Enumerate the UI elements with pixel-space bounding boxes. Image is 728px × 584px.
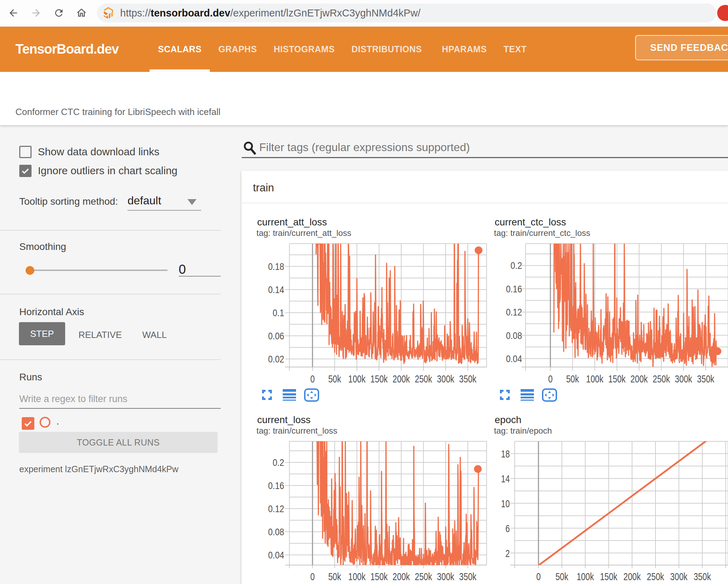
svg-text:150k: 150k (608, 373, 626, 385)
svg-text:250k: 250k (415, 571, 432, 582)
svg-text:250k: 250k (415, 373, 432, 385)
svg-text:50k: 50k (328, 373, 342, 385)
svg-text:250k: 250k (653, 373, 670, 385)
svg-text:150k: 150k (370, 571, 388, 582)
svg-text:0.12: 0.12 (268, 504, 284, 514)
svg-text:0.08: 0.08 (268, 527, 284, 537)
svg-text:2: 2 (506, 548, 510, 559)
svg-text:200k: 200k (631, 373, 648, 385)
svg-text:100k: 100k (348, 571, 366, 582)
svg-text:0.1: 0.1 (273, 308, 284, 318)
svg-text:300k: 300k (675, 373, 692, 385)
svg-text:150k: 150k (370, 373, 388, 385)
svg-text:150k: 150k (600, 571, 618, 582)
svg-text:200k: 200k (393, 571, 410, 582)
svg-text:18: 18 (501, 448, 510, 460)
svg-text:0: 0 (310, 373, 315, 385)
svg-text:300k: 300k (437, 373, 454, 385)
svg-text:200k: 200k (624, 571, 641, 582)
svg-text:50k: 50k (328, 571, 342, 582)
svg-text:100k: 100k (348, 373, 366, 385)
svg-text:350k: 350k (459, 373, 477, 385)
svg-text:0.08: 0.08 (506, 331, 522, 341)
svg-text:300k: 300k (437, 571, 454, 582)
svg-text:100k: 100k (586, 373, 604, 385)
svg-text:0.06: 0.06 (268, 331, 284, 341)
svg-text:0.02: 0.02 (268, 354, 284, 365)
svg-text:0: 0 (548, 373, 553, 385)
svg-text:0.04: 0.04 (506, 354, 522, 364)
svg-text:350k: 350k (694, 571, 711, 582)
svg-text:350k: 350k (697, 373, 715, 385)
svg-text:0.2: 0.2 (273, 457, 284, 468)
svg-text:50k: 50k (566, 373, 579, 385)
svg-text:0.2: 0.2 (510, 260, 522, 271)
svg-text:200k: 200k (393, 373, 410, 385)
svg-text:6: 6 (506, 523, 510, 534)
svg-text:0.16: 0.16 (506, 284, 522, 294)
svg-text:0: 0 (310, 571, 315, 582)
svg-text:0.12: 0.12 (506, 307, 522, 318)
svg-text:0.04: 0.04 (268, 550, 284, 561)
svg-text:50k: 50k (555, 571, 569, 582)
svg-text:10: 10 (501, 498, 510, 509)
svg-text:0.16: 0.16 (268, 481, 284, 491)
svg-text:0.18: 0.18 (268, 262, 284, 272)
svg-text:300k: 300k (670, 571, 688, 582)
svg-text:100k: 100k (577, 571, 594, 582)
svg-text:14: 14 (501, 473, 510, 484)
svg-text:250k: 250k (647, 571, 664, 582)
svg-text:0.14: 0.14 (268, 285, 284, 295)
svg-text:0: 0 (536, 571, 541, 582)
